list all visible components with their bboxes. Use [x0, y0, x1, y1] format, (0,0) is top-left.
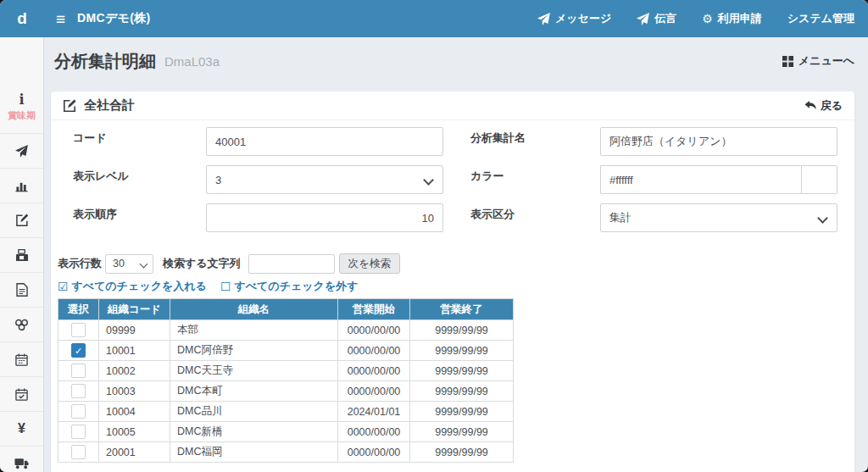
org-table-body: 09999本部0000/00/009999/99/99✓10001DMC阿倍野0…	[58, 320, 514, 463]
field-label-color: カラー	[443, 165, 600, 194]
navbar-links: メッセージ伝言⚙利用申請システム管理	[537, 11, 868, 26]
select-cell	[58, 422, 99, 442]
sidebar-item-paper-plane[interactable]	[0, 133, 43, 168]
nav-item-1[interactable]: 伝言	[637, 11, 676, 26]
row-checkbox[interactable]	[71, 425, 86, 439]
to-menu-label: メニューへ	[798, 53, 854, 69]
display-level-value: 3	[215, 174, 221, 186]
edit-icon	[63, 99, 76, 113]
display-category-value: 集計	[609, 210, 632, 225]
page-title: 分析集計明細	[54, 50, 156, 73]
column-header: 選択	[58, 299, 99, 320]
coins-icon	[14, 319, 29, 331]
paper-plane-icon	[537, 13, 550, 25]
display-level-select[interactable]: 3	[206, 165, 443, 194]
fax-icon	[15, 249, 29, 262]
row-checkbox[interactable]	[71, 404, 86, 419]
sidebar-item-document[interactable]	[0, 272, 43, 307]
org-name-cell: DMC天王寺	[170, 361, 338, 381]
sidebar-item-yen[interactable]: ¥	[0, 411, 43, 446]
to-menu-link[interactable]: メニューへ	[782, 53, 854, 69]
hamburger-menu-icon[interactable]: ≡	[56, 11, 65, 27]
detail-form: コード 分析集計名 表示レベル 3 カラー 表示順序 表示区分 集計	[73, 127, 854, 232]
row-checkbox[interactable]	[71, 323, 86, 337]
code-input[interactable]	[206, 127, 443, 156]
sidebar-item-calendar-check[interactable]	[0, 376, 43, 411]
rows-per-page-select[interactable]: 30	[105, 254, 153, 274]
row-checkbox[interactable]	[71, 384, 86, 398]
table-header: 選択組織コード組織名営業開始営業終了	[58, 299, 514, 320]
row-checkbox-checked[interactable]: ✓	[71, 343, 86, 358]
uncheck-all-label: すべてのチェックを外す	[234, 279, 358, 294]
sidebar-item-calendar[interactable]	[0, 342, 43, 376]
gear-icon: ⚙	[702, 13, 713, 25]
list-toolbar: 表示行数 30 検索する文字列 次を検索	[58, 253, 400, 274]
column-header: 営業開始	[338, 299, 410, 320]
sidebar-item-truck[interactable]	[0, 446, 43, 472]
detail-panel: 全社合計 戻る コード 分析集計名 表示レベル 3 カラー	[51, 92, 854, 472]
display-category-select[interactable]: 集計	[600, 203, 837, 232]
sidebar-item-edit[interactable]	[0, 203, 43, 237]
select-cell	[58, 381, 99, 402]
org-name-cell: 本部	[170, 320, 338, 341]
color-swatch[interactable]	[801, 165, 837, 194]
sidebar-item-fax[interactable]	[0, 237, 43, 272]
nav-item-3[interactable]: システム管理	[787, 11, 854, 26]
nav-item-2[interactable]: ⚙利用申請	[702, 11, 762, 26]
column-header: 営業終了	[410, 299, 514, 320]
nav-item-0[interactable]: メッセージ	[537, 11, 611, 26]
nav-item-label: 利用申請	[718, 11, 762, 26]
org-name-cell: DMC福岡	[170, 442, 338, 463]
check-actions: ☑ すべてのチェックを入れる ☐ すべてのチェックを外す	[58, 279, 359, 294]
color-input-group	[600, 165, 837, 194]
end-date-cell: 9999/99/99	[410, 402, 514, 422]
org-code-cell: 09999	[99, 320, 170, 341]
table-row: 09999本部0000/00/009999/99/99	[58, 320, 514, 341]
calendar-icon	[15, 353, 28, 366]
nav-item-label: システム管理	[787, 11, 854, 26]
start-date-cell: 0000/00/00	[338, 341, 410, 361]
sidebar-item-label: 賞味期	[8, 109, 36, 122]
sidebar-item-coins[interactable]	[0, 307, 43, 342]
table-row: 20001DMC福岡0000/00/009999/99/99	[58, 442, 514, 463]
display-order-input[interactable]	[206, 203, 443, 232]
sidebar-item-list: i賞味期¥	[0, 82, 43, 472]
back-button[interactable]: 戻る	[804, 98, 843, 114]
start-date-cell: 0000/00/00	[338, 422, 410, 442]
select-cell	[58, 442, 99, 463]
org-code-cell: 10002	[99, 361, 170, 381]
edit-icon	[15, 214, 29, 227]
field-label-display-level: 表示レベル	[73, 165, 206, 194]
org-name-cell: DMC阿倍野	[170, 341, 338, 361]
app-logo: d	[0, 9, 44, 28]
check-all-link[interactable]: ☑ すべてのチェックを入れる	[58, 279, 207, 294]
sidebar-item-bar-chart[interactable]	[0, 168, 43, 203]
check-all-label: すべてのチェックを入れる	[72, 279, 207, 294]
search-next-button[interactable]: 次を検索	[339, 253, 400, 274]
row-checkbox[interactable]	[71, 445, 86, 459]
analysis-name-input[interactable]	[600, 127, 837, 156]
sidebar-item-info[interactable]: i賞味期	[0, 82, 43, 133]
start-date-cell: 0000/00/00	[338, 361, 410, 381]
start-date-cell: 0000/00/00	[338, 442, 410, 463]
end-date-cell: 9999/99/99	[410, 381, 514, 402]
select-cell	[58, 320, 99, 341]
table-row: 10002DMC天王寺0000/00/009999/99/99	[58, 361, 514, 381]
org-name-cell: DMC品川	[170, 402, 338, 422]
company-name: DMCデモ(株)	[77, 11, 150, 26]
checked-box-icon: ☑	[58, 280, 69, 292]
color-input[interactable]	[600, 165, 801, 194]
bar-chart-icon	[15, 180, 29, 192]
start-date-cell: 2024/01/01	[338, 402, 410, 422]
field-label-code: コード	[73, 127, 206, 156]
select-cell: ✓	[58, 341, 99, 361]
search-input[interactable]	[248, 254, 335, 274]
panel-title: 全社合計	[84, 97, 135, 114]
back-label: 戻る	[821, 98, 843, 114]
uncheck-all-link[interactable]: ☐ すべてのチェックを外す	[220, 279, 359, 294]
select-cell	[58, 361, 99, 381]
yen-icon: ¥	[18, 422, 25, 436]
paper-plane-icon	[15, 145, 28, 158]
icon-sidebar: i賞味期¥	[0, 37, 44, 472]
row-checkbox[interactable]	[71, 364, 86, 378]
